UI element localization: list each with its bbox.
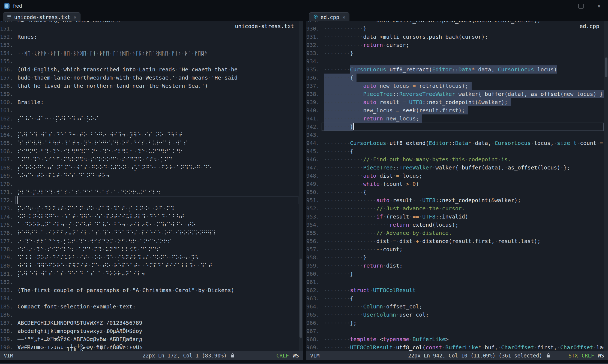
code-line[interactable]: 190.∀∂∈ℝ∧∪≡∞·↑↗↨↻⇣·┐┼╔╘░►☺♀·ﬁ�⑀₂ἠḂӥẄɐː⍎א… — [0, 343, 303, 351]
code-line[interactable]: 938.············PieceTree::ReverseTreeWa… — [306, 90, 608, 98]
code-line[interactable]: 966.········}; — [306, 319, 608, 327]
overlay-filename: unicode-stress.txt — [233, 22, 296, 30]
code-line[interactable]: 967. — [306, 327, 608, 335]
code-line[interactable]: 167.⠁⠝⠙·⠹⠑·⠡⠊⠑⠋·⠍⠳⠗⠝⠻⠲·⡎⠊⠗⠕⠕⠛⠑·⠎⠊⠛⠝⠫·⠊⠞⠲… — [0, 155, 303, 163]
code-line[interactable]: 173.⡍⠔⠙⠖·⡊·⠙⠕⠝⠰⠞·⠍⠑⠁⠝·⠞⠕·⠎⠁⠹·⠹⠁⠞·⡊·⠅⠝⠪⠂·… — [0, 204, 303, 213]
maximize-button[interactable] — [572, 0, 590, 12]
code-line[interactable]: 960.········} — [306, 270, 608, 278]
code-line[interactable]: 188.abcdefghijklmnopqrstuvwxyz·£©µÀÆÖÞßé… — [0, 327, 303, 335]
code-line[interactable]: 181.⡍⠜⠇⠑⠹·⠺⠁⠎·⠁⠎·⠙⠑⠁⠙·⠁⠎·⠁·⠙⠕⠕⠗⠤⠝⠁⠊⠇⠲ — [0, 270, 303, 278]
code-line[interactable]: 959.············return·dist; — [306, 262, 608, 270]
code-line[interactable]: 160.Braille: — [0, 98, 303, 106]
code-line[interactable]: 943. — [306, 131, 608, 139]
code-line[interactable]: 958.············} — [306, 253, 608, 262]
code-line[interactable]: 183.(The·first·couple·of·paragraphs·of·"… — [0, 286, 303, 294]
code-line[interactable]: 158.that·he·lived·in·the·northern·land·n… — [0, 82, 303, 90]
code-line[interactable]: 168.⡎⠊⠗⠕⠕⠛⠑⠰⠎·⠝⠁⠍⠑·⠺⠁⠎·⠛⠕⠕⠙·⠥⠏⠕⠝·⠰⡡⠁⠝⠛⠑⠂… — [0, 163, 303, 172]
close-button[interactable]: ✕ — [590, 0, 608, 12]
code-line[interactable]: 185.Compact·font·selection·example·text: — [0, 302, 303, 311]
code-line[interactable]: 945.········{ — [306, 147, 608, 155]
code-line[interactable]: 962.········struct·UTF8ColResult — [306, 286, 608, 294]
code-line[interactable]: 163. — [0, 123, 303, 131]
tab-ed-cpp[interactable]: ed.cpp ✕ — [309, 12, 349, 22]
code-line[interactable]: 187.ABCDEFGHIJKLMNOPQRSTUVWXYZ·/01234567… — [0, 319, 303, 327]
scrollbar-left[interactable] — [299, 21, 303, 351]
minimize-button[interactable] — [554, 0, 572, 12]
pane-right: ed.cpp ✕ 929.················data->multi… — [306, 12, 608, 360]
code-line[interactable]: 178.⠊⠎·⠔·⠹⠑·⠎⠊⠍⠊⠇⠑⠆·⠁⠝⠙·⠍⠹·⠥⠝⠙⠁⠇⠇⠪⠫·⠙⠁⠝⠙… — [0, 245, 303, 253]
code-line[interactable]: 944.········CursorLocus·utf8_extend(Edit… — [306, 139, 608, 147]
code-line[interactable]: 169.⠡⠕⠎⠑·⠞⠕·⠏⠥⠞·⠙⠊⠎·⠙⠁⠝⠙·⠞⠕⠲ — [0, 172, 303, 180]
code-line[interactable]: 969.········UTF8ColResult·utf8_col(const… — [306, 343, 608, 351]
code-line[interactable]: 180.⠺⠊⠇⠇·⠹⠻⠑⠋⠕⠗⠑·⠏⠻⠍⠊⠞·⠍⠑·⠞⠕·⠗⠑⠏⠑⠁⠞⠂·⠑⠍⠏… — [0, 262, 303, 270]
code-line[interactable]: 931.············data->multi_cursors.push… — [306, 33, 608, 41]
code-line[interactable]: 184. — [0, 294, 303, 302]
tab-close-icon[interactable]: ✕ — [74, 14, 76, 20]
code-line[interactable]: 968.········template·<typename·BufferLik… — [306, 335, 608, 343]
code-line[interactable]: 174.⠪⠝·⠅⠝⠪⠇⠫⠛⠑⠂·⠱⠁⠞·⠹⠻⠑·⠊⠎·⠏⠜⠞⠊⠊⠥⠇⠜⠇⠹·⠙⠑… — [0, 213, 303, 221]
code-line[interactable]: 161. — [0, 106, 303, 114]
line-number: 156. — [0, 65, 13, 74]
code-line[interactable]: 186. — [0, 311, 303, 319]
code-line[interactable]: 947.············PieceTree::TreeWalker·wa… — [306, 163, 608, 172]
code-line[interactable]: 189.–—‘“”„†•…‰™œŠŸž€·ΑΒΓΔΩαβγδω·АБВГДабв… — [0, 335, 303, 343]
code-line[interactable]: 157.bude·thaem·lande·northweardum·with·t… — [0, 74, 303, 82]
code-line[interactable]: 948.············auto·dist·=·locus; — [306, 172, 608, 180]
code-line[interactable]: 170. — [0, 180, 303, 188]
code-line[interactable]: 166.⠎⠊⠛⠝⠫·⠃⠹·⠹⠑·⠊⠇⠻⠛⠹⠍⠁⠝⠂·⠹⠑·⠊⠇⠻⠅⠂·⠹⠑·⠥⠝… — [0, 147, 303, 155]
code-line[interactable]: 946.············//·Find·out·how·many·byt… — [306, 155, 608, 163]
code-line[interactable]: 951.················auto·result·=·UTF8::… — [306, 196, 608, 204]
code-line[interactable]: 156.(Old·English,·which·transcribed·into… — [0, 65, 303, 74]
code-line[interactable]: 177.⠔·⠹⠑·⠞⠗⠁⠙⠑⠲·⡃⠥⠞·⠹⠑·⠺⠊⠎⠙⠕⠍·⠕⠋·⠳⠗·⠁⠝⠊⠑… — [0, 237, 303, 245]
code-line[interactable]: 953.················if·(result·==·UTF8::… — [306, 213, 608, 221]
code-line[interactable]: 171.⡕⠇⠙·⡍⠜⠇⠑⠹·⠺⠁⠎·⠁⠎·⠙⠑⠁⠙·⠁⠎·⠁·⠙⠕⠕⠗⠤⠝⠁⠊⠇… — [0, 188, 303, 196]
editor-left[interactable]: 150.ሰው·እንደቤቱ·እንጅ·እንደ·ጉረቤቱ·አይተዳደርም።151.15… — [0, 21, 303, 351]
code-line[interactable]: 964.············Column·offset_col; — [306, 302, 608, 311]
code-line[interactable]: 930.············} — [306, 25, 608, 33]
code-line[interactable]: 179.⠩⠁⠇⠇·⠝⠕⠞·⠙⠊⠌⠥⠗⠃·⠊⠞⠂·⠕⠗·⠹⠑·⡊⠳⠝⠞⠗⠹⠰⠎·⠙… — [0, 253, 303, 262]
scrollbar-thumb[interactable] — [299, 259, 302, 338]
editor-right[interactable]: 929.················data->multi_cursors.… — [306, 21, 608, 351]
code-line[interactable]: 159. — [0, 90, 303, 98]
code-line[interactable]: 949.············while·(count·>·0) — [306, 180, 608, 188]
code-line[interactable]: 941.············return·new_locus; — [306, 114, 608, 123]
code-line[interactable]: 172. — [0, 196, 303, 204]
text-cursor — [353, 123, 354, 130]
line-number: 171. — [0, 188, 13, 196]
code-line[interactable]: 152.Runes: — [0, 33, 303, 41]
code-line[interactable]: 957.················--count; — [306, 245, 608, 253]
code-line[interactable]: 176.⠗⠑⠛⠜⠙·⠁·⠊⠕⠋⠋⠔⠤⠝⠁⠊⠇·⠁⠎·⠹⠑·⠙⠑⠁⠙⠑⠌·⠏⠊⠑⠊… — [0, 229, 303, 237]
code-line[interactable]: 929.················data->multi_cursors.… — [306, 21, 608, 25]
code-line[interactable]: 935.········CursorLocus·utf8_retract(Edi… — [306, 65, 608, 74]
code-line[interactable]: 939.············auto·result·=·UTF8::next… — [306, 98, 608, 106]
code-line[interactable]: 954.····················return·extend(lo… — [306, 221, 608, 229]
scrollbar-thumb[interactable] — [605, 57, 607, 77]
tab-unicode-stress[interactable]: unicode-stress.txt ✕ — [3, 12, 80, 22]
code-line[interactable]: 963.········{ — [306, 294, 608, 302]
code-line[interactable]: 165.⠱⠁⠞⠑⠧⠻·⠁⠃⠳⠞·⠹⠁⠞⠲·⡹⠑·⠗⠑⠛⠊⠌⠻·⠕⠋·⠙⠊⠎·⠃⠥… — [0, 139, 303, 147]
code-line[interactable]: 155. — [0, 57, 303, 65]
code-line[interactable]: 952.················//·Just·advance·the·… — [306, 204, 608, 213]
code-line[interactable]: 933.········} — [306, 49, 608, 57]
titlebar[interactable]: fred ✕ — [0, 0, 608, 12]
code-line[interactable]: 956.················dist·=·dist·+·distan… — [306, 237, 608, 245]
code-line[interactable]: 934. — [306, 57, 608, 65]
line-number: 967. — [306, 327, 319, 335]
code-line[interactable]: 940.············new_locus·=·seek(result.… — [306, 106, 608, 114]
code-line[interactable]: 961. — [306, 278, 608, 286]
code-line[interactable]: 965.············UserColumn·user_col; — [306, 311, 608, 319]
code-line[interactable]: 153. — [0, 41, 303, 49]
code-line[interactable]: 955.················//·Advance·by·distan… — [306, 229, 608, 237]
code-line[interactable]: 950.············{ — [306, 188, 608, 196]
code-line[interactable]: 942.········} — [306, 123, 608, 131]
tab-close-icon[interactable]: ✕ — [343, 14, 345, 20]
code-line[interactable]: 936.········{ — [306, 74, 608, 82]
code-line[interactable]: 162.⡌⠁⠧⠑·⠼⠁⠒··⡍⠜⠇⠑⠹⠰⠎·⡣⠕⠌ — [0, 114, 303, 123]
code-line[interactable]: 175.⠁·⠙⠕⠕⠗⠤⠝⠁⠊⠇⠲·⡊·⠍⠊⠣⠞·⠙⠁⠧⠑·⠃⠑⠲·⠔⠊⠇⠔⠫⠂·… — [0, 221, 303, 229]
code-line[interactable]: 182. — [0, 278, 303, 286]
code-line[interactable]: 932.············return·cursor; — [306, 41, 608, 49]
code-line[interactable]: 164.⡍⠜⠇⠑⠹·⠺⠁⠎·⠙⠑⠁⠙⠒·⠞⠕·⠃⠑⠛⠔·⠺⠊⠹⠲·⡹⠻⠑·⠊⠎·… — [0, 131, 303, 139]
code-line[interactable]: 937.············auto·new_locus·=·retract… — [306, 82, 608, 90]
scrollbar-right[interactable] — [604, 21, 608, 351]
code-line[interactable]: 154.··ᚻᛖ·ᚳᚹᚫᚦ·ᚦᚫᛏ·ᚻᛖ·ᛒᚢᛞᛖ·ᚩᚾ·ᚦᚫᛗ·ᛚᚪᚾᛞᛖ·ᚾ… — [0, 49, 303, 57]
